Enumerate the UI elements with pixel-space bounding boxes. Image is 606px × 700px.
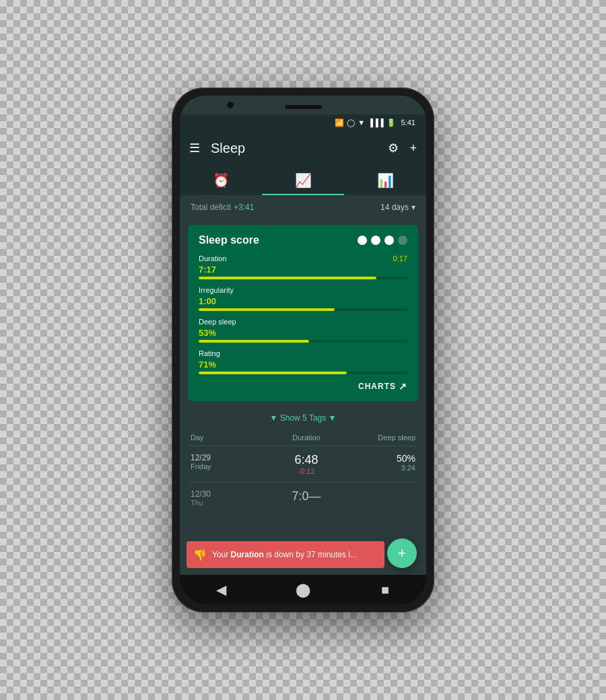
tags-row[interactable]: ▼ Show 5 Tags ▼ (180, 407, 426, 429)
td-day-2: 12/30 Thu (191, 489, 251, 507)
metric-deep-sleep-bar-fill (199, 340, 309, 343)
add-button[interactable]: + (409, 141, 417, 155)
metric-rating-header: Rating (199, 349, 407, 357)
date-2: 12/30 (191, 489, 251, 499)
bottom-nav: ◀ ⬤ ■ (180, 575, 426, 604)
table-row-partial[interactable]: 12/30 Thu 7:0— (188, 483, 418, 514)
metric-rating: Rating 71% (199, 349, 407, 374)
tags-label: ▼ Show 5 Tags ▼ (270, 413, 337, 423)
status-bar: 📶 ◯ ▼ ▐▐▐ 🔋 5:41 (180, 114, 426, 131)
clock-icon: ⏰ (213, 172, 230, 188)
dot-1 (358, 236, 367, 245)
data-table: Day Duration Deep sleep 12/29 Friday 6:4… (180, 429, 426, 514)
days-label[interactable]: 14 days (380, 203, 409, 212)
battery-icon: 🔋 (386, 118, 396, 127)
phone-device: 📶 ◯ ▼ ▐▐▐ 🔋 5:41 ☰ Sleep ⚙ + ⏰ 📈 (172, 88, 434, 612)
dayname-1: Friday (191, 462, 251, 470)
snackbar-text: Your Duration is down by 37 minutes l... (212, 550, 357, 559)
snackbar[interactable]: 👎 Your Duration is down by 37 minutes l.… (187, 541, 384, 568)
metric-duration: Duration 0:17 7:17 (199, 254, 407, 279)
camera (227, 102, 234, 108)
app-bar: ☰ Sleep ⚙ + (180, 131, 426, 166)
sleep-score-title: Sleep score (199, 234, 259, 246)
phone-screen: 📶 ◯ ▼ ▐▐▐ 🔋 5:41 ☰ Sleep ⚙ + ⏰ 📈 (180, 96, 426, 604)
metric-duration-bar-bg (199, 277, 407, 279)
metric-deep-sleep-bar-bg (199, 340, 407, 343)
td-day-1: 12/29 Friday (191, 453, 251, 470)
metric-rating-bar-bg (199, 372, 407, 374)
tab-clock[interactable]: ⏰ (180, 166, 262, 195)
tab-bar: ⏰ 📈 📊 (180, 166, 426, 195)
metric-irregularity-bar-fill (199, 308, 335, 311)
app-title: Sleep (211, 141, 388, 156)
location-icon: ◯ (347, 118, 355, 127)
metric-duration-value: 7:17 (199, 265, 407, 275)
th-day: Day (191, 433, 251, 442)
th-deep-sleep: Deep sleep (362, 433, 415, 442)
wifi-icon: ▼ (358, 118, 365, 127)
dot-3 (384, 236, 394, 245)
phone-top-bar (180, 96, 426, 114)
metric-duration-name: Duration (199, 254, 227, 262)
charts-label: CHARTS (358, 382, 396, 391)
sleep-score-header: Sleep score (199, 234, 407, 246)
content-area: Total deficit +3:41 14 days ▾ Sleep scor… (180, 195, 426, 575)
dayname-2: Thu (191, 499, 251, 507)
duration-main-2: 7:0— (251, 489, 362, 503)
dot-4 (398, 236, 407, 245)
signal-icon: ▐▐▐ (368, 118, 383, 127)
hamburger-menu-icon[interactable]: ☰ (189, 141, 200, 155)
metric-deep-sleep-header: Deep sleep (199, 318, 407, 326)
dropdown-arrow-icon[interactable]: ▾ (411, 203, 415, 212)
deficit-bar: Total deficit +3:41 14 days ▾ (180, 195, 426, 219)
deep-sub-1: 3:24 (362, 464, 415, 472)
metric-deep-sleep-value: 53% (199, 328, 407, 338)
bluetooth-icon: 📶 (335, 118, 344, 127)
sleep-score-card: Sleep score Duration 0:17 7:17 (188, 225, 418, 401)
th-duration: Duration (251, 433, 362, 442)
table-row[interactable]: 12/29 Friday 6:48 -0:12 50% 3:24 (188, 446, 418, 483)
td-deep-1: 50% 3:24 (362, 453, 415, 472)
snackbar-bold-text: Duration (231, 550, 264, 559)
td-duration-2: 7:0— (251, 489, 362, 503)
settings-icon[interactable]: ⚙ (388, 141, 399, 155)
metric-irregularity-value: 1:00 (199, 296, 407, 306)
metric-duration-header: Duration 0:17 (199, 254, 407, 262)
deep-main-1: 50% (362, 453, 415, 464)
metric-rating-value: 71% (199, 359, 407, 370)
metric-irregularity-name: Irregularity (199, 286, 234, 294)
metric-rating-name: Rating (199, 349, 220, 357)
charts-row: CHARTS ↗ (199, 381, 407, 392)
dot-2 (371, 236, 380, 245)
deficit-label: Total deficit (191, 203, 231, 212)
chart-trend-icon: ↗ (399, 381, 407, 392)
status-icons: 📶 ◯ ▼ ▐▐▐ 🔋 5:41 (335, 118, 415, 127)
back-button[interactable]: ◀ (207, 576, 234, 603)
metric-deep-sleep-name: Deep sleep (199, 318, 236, 326)
time-display: 5:41 (401, 118, 415, 127)
tab-bar-chart[interactable]: 📊 (344, 166, 426, 195)
metric-deep-sleep: Deep sleep 53% (199, 318, 407, 343)
metric-irregularity-header: Irregularity (199, 286, 407, 294)
speaker (285, 105, 322, 109)
line-chart-icon: 📈 (295, 172, 312, 188)
metric-duration-right: 0:17 (393, 254, 407, 262)
metric-irregularity: Irregularity 1:00 (199, 286, 407, 311)
score-dots (358, 236, 407, 245)
app-bar-actions: ⚙ + (388, 141, 417, 155)
bar-chart-icon: 📊 (377, 172, 394, 188)
table-header: Day Duration Deep sleep (188, 429, 418, 446)
deficit-value: +3:41 (234, 203, 254, 212)
recents-button[interactable]: ■ (372, 576, 399, 603)
metric-irregularity-bar-bg (199, 308, 407, 311)
home-button[interactable]: ⬤ (290, 576, 316, 603)
metric-rating-bar-fill (199, 372, 347, 374)
duration-diff-1: -0:12 (251, 467, 362, 475)
tab-line-chart[interactable]: 📈 (262, 166, 344, 195)
metric-duration-bar-fill (199, 277, 376, 279)
charts-button[interactable]: CHARTS ↗ (358, 381, 407, 392)
duration-main-1: 6:48 (251, 453, 362, 467)
thumbs-down-icon: 👎 (193, 549, 207, 561)
td-duration-1: 6:48 -0:12 (251, 453, 362, 475)
fab-button[interactable]: + (387, 538, 417, 568)
